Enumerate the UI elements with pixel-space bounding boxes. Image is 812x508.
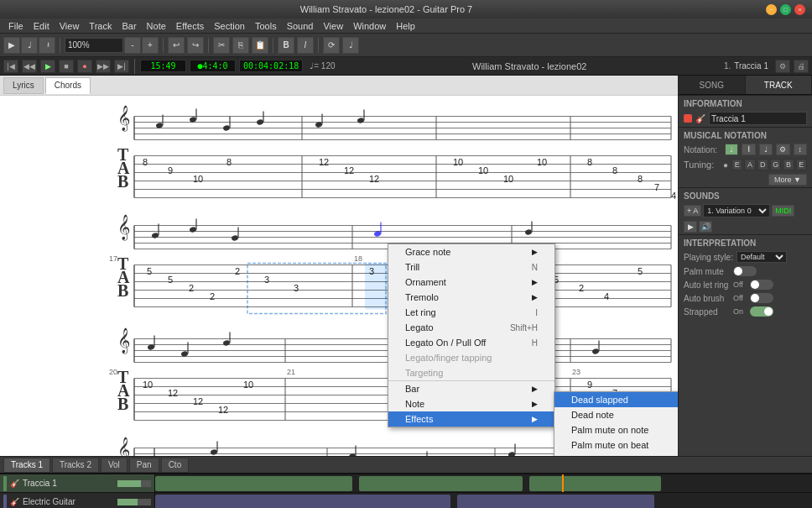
strapped-toggle[interactable] — [750, 306, 773, 317]
svg-text:20: 20 — [109, 368, 117, 376]
menu-note[interactable]: Note — [142, 20, 171, 32]
track-block-3[interactable] — [529, 476, 661, 491]
auto-brush-row: Auto brush Off — [679, 291, 812, 305]
notation-btn-4[interactable]: ⚙ — [776, 144, 789, 155]
transport-bar: |◀ ◀◀ ▶ ■ ● ▶▶ ▶| 15:49 ●4:4:0 00:04:02:… — [0, 57, 812, 76]
ctx-palm-mute-note[interactable]: Palm mute on note P — [554, 422, 678, 437]
auto-let-ring-toggle[interactable] — [750, 280, 773, 290]
playing-style-select[interactable]: Default — [737, 251, 787, 263]
menu-effects[interactable]: Effects — [171, 20, 209, 32]
zoom-input[interactable]: 100% — [65, 38, 123, 53]
track-block-elec-1[interactable] — [155, 495, 450, 508]
cut-btn[interactable]: ✂ — [213, 37, 230, 54]
menu-track[interactable]: Track — [84, 20, 117, 32]
rest-tool-btn[interactable]: 𝄽 — [39, 37, 55, 54]
go-end-btn[interactable]: ▶| — [114, 60, 129, 73]
redo-btn[interactable]: ↪ — [187, 37, 204, 54]
sounds-play-btn[interactable]: ▶ — [684, 221, 697, 233]
bottom-tab-pan[interactable]: Pan — [129, 458, 159, 473]
notation-btn-1[interactable]: ♩ — [725, 144, 738, 155]
panel-tab-track[interactable]: TRACK — [746, 76, 813, 94]
ctx-grace-note[interactable]: Grace note ▶ — [388, 244, 554, 259]
ctx-trill[interactable]: Trill N — [388, 259, 554, 275]
track-lane-1 — [155, 474, 812, 493]
sounds-select[interactable]: 1. Variation 0 — [703, 204, 770, 217]
track-block-1[interactable] — [155, 476, 352, 491]
stop-btn[interactable]: ■ — [59, 60, 74, 73]
sounds-add-btn[interactable]: + A — [684, 205, 701, 217]
maximize-button[interactable]: □ — [780, 4, 791, 15]
tuning-circle: ● — [723, 160, 728, 170]
close-button[interactable]: × — [794, 4, 805, 15]
notation-btn-2[interactable]: 𝄃 — [742, 144, 755, 155]
ctx-tremolo[interactable]: Tremolo ▶ — [388, 290, 554, 305]
print-btn[interactable]: 🖨 — [794, 60, 809, 73]
track-2-name: Electric Guitar — [23, 497, 114, 506]
settings-btn[interactable]: ⚙ — [775, 60, 790, 73]
track-header-1[interactable]: 🎸 Traccia 1 — [0, 474, 154, 493]
ctx-pick-scrape-down[interactable]: Pick scrape out downwards — [554, 453, 678, 456]
menu-view[interactable]: View — [55, 20, 85, 32]
panel-tab-song[interactable]: SONG — [679, 76, 746, 94]
bold-btn[interactable]: B — [278, 37, 294, 54]
menu-file[interactable]: File — [3, 20, 29, 32]
zoom-out-btn[interactable]: - — [124, 37, 141, 54]
svg-text:2: 2 — [189, 283, 194, 293]
track-headers: 🎸 Traccia 1 🎸 Electric Guitar ♪ Master — [0, 474, 155, 508]
svg-text:5: 5 — [638, 266, 643, 276]
copy-btn[interactable]: ⎘ — [232, 37, 249, 54]
menu-bar[interactable]: Bar — [117, 20, 141, 32]
menu-edit[interactable]: Edit — [29, 20, 55, 32]
prev-btn[interactable]: ◀◀ — [22, 60, 37, 73]
svg-text:𝄞: 𝄞 — [117, 437, 130, 457]
ctx-legato-pull[interactable]: Legato On / Pull Off H — [388, 335, 554, 350]
loop-btn[interactable]: ⟳ — [323, 37, 340, 54]
ctx-note[interactable]: Note ▶ — [388, 396, 554, 411]
go-start-btn[interactable]: |◀ — [3, 60, 18, 73]
italic-btn[interactable]: I — [297, 37, 314, 54]
notation-btn-5[interactable]: ↕ — [794, 144, 807, 155]
ctx-let-ring[interactable]: Let ring I — [388, 305, 554, 320]
score-top-tabs: Lyrics Chords — [0, 76, 678, 96]
title-bar-controls[interactable]: − □ × — [766, 4, 805, 15]
notation-btn-3[interactable]: ♩ — [759, 144, 773, 155]
track-name-input[interactable] — [709, 112, 807, 125]
menu-tools[interactable]: Tools — [250, 20, 282, 32]
minimize-button[interactable]: − — [766, 4, 777, 15]
tab-chords[interactable]: Chords — [45, 77, 91, 94]
ctx-effects[interactable]: Effects ▶ — [388, 411, 554, 427]
metronome-btn[interactable]: ♩ — [342, 37, 359, 54]
palm-mute-toggle[interactable] — [733, 266, 757, 276]
ctx-palm-mute-beat[interactable]: Palm mute on beat Shift+P — [554, 437, 678, 453]
tab-lyrics[interactable]: Lyrics — [3, 77, 44, 94]
bottom-tab-tracks1[interactable]: Tracks 1 — [3, 458, 50, 473]
menu-section[interactable]: Section — [209, 20, 250, 32]
ctx-ornament[interactable]: Ornament ▶ — [388, 275, 554, 290]
ctx-dead-slapped[interactable]: Dead slapped — [554, 392, 678, 407]
ctx-bar[interactable]: Bar ▶ — [388, 380, 554, 396]
record-btn[interactable]: ● — [77, 60, 92, 73]
select-tool-btn[interactable]: ▶ — [3, 37, 20, 54]
next-btn[interactable]: ▶▶ — [96, 60, 111, 73]
sounds-midi-btn[interactable]: MIDI — [772, 205, 794, 217]
sounds-vol-btn[interactable]: 🔊 — [699, 221, 712, 233]
bottom-tab-vol[interactable]: Vol — [101, 458, 128, 473]
ctx-dead-note[interactable]: Dead note X — [554, 407, 678, 422]
play-btn[interactable]: ▶ — [40, 60, 55, 73]
menu-sound[interactable]: Sound — [282, 20, 319, 32]
bottom-tab-cto[interactable]: Cto — [161, 458, 190, 473]
ctx-legato[interactable]: Legato Shift+H — [388, 320, 554, 335]
menu-view2[interactable]: View — [318, 20, 348, 32]
bottom-tab-tracks2[interactable]: Tracks 2 — [52, 458, 99, 473]
track-header-2[interactable]: 🎸 Electric Guitar — [0, 493, 154, 508]
track-block-2[interactable] — [359, 476, 523, 491]
undo-btn[interactable]: ↩ — [168, 37, 185, 54]
zoom-in-btn[interactable]: + — [142, 37, 159, 54]
menu-window[interactable]: Window — [348, 20, 391, 32]
auto-brush-toggle[interactable] — [750, 293, 773, 303]
note-tool-btn[interactable]: ♩ — [21, 37, 38, 54]
paste-btn[interactable]: 📋 — [252, 37, 268, 54]
more-button[interactable]: More ▼ — [768, 174, 807, 186]
menu-help[interactable]: Help — [391, 20, 420, 32]
track-block-elec-2[interactable] — [457, 495, 654, 508]
